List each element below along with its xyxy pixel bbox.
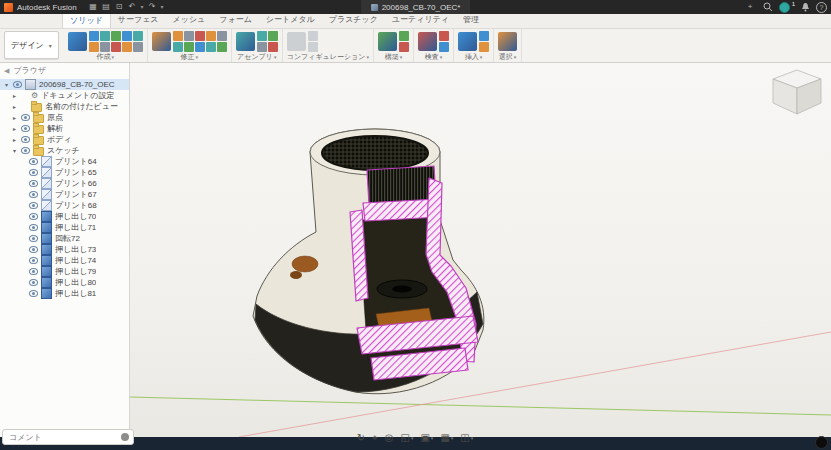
disclosure-arrow-icon[interactable]: ▾ xyxy=(3,81,10,88)
visibility-eye-icon[interactable] xyxy=(29,191,38,198)
tab-4[interactable]: シートメタル xyxy=(259,12,322,28)
tool-icon[interactable] xyxy=(89,31,99,41)
tool-icon[interactable] xyxy=(133,42,143,52)
visibility-eye-icon[interactable] xyxy=(21,125,30,132)
file-menu-icon[interactable]: ▤ xyxy=(100,0,113,14)
tool-icon[interactable] xyxy=(308,31,318,41)
tool-icon[interactable] xyxy=(257,42,267,52)
zoom-icon[interactable]: ◎ xyxy=(385,432,394,444)
disclosure-arrow-icon[interactable]: ▾ xyxy=(11,147,18,154)
model-cross-section[interactable] xyxy=(253,129,484,394)
tree-row[interactable]: プリント68 xyxy=(0,200,129,211)
view-cube[interactable] xyxy=(773,70,821,114)
document-tab[interactable]: 200698_CB-70_OEC* xyxy=(361,0,471,14)
tab-6[interactable]: ユーティリティ xyxy=(385,12,456,28)
tree-row[interactable]: ▾スケッチ xyxy=(0,145,129,156)
tool-icon[interactable] xyxy=(184,31,194,41)
ribbon-group-label[interactable]: コンフィギュレーション▾ xyxy=(287,52,369,62)
notification-bell-icon[interactable] xyxy=(801,2,810,12)
visibility-eye-icon[interactable] xyxy=(21,114,30,121)
tool-icon[interactable] xyxy=(287,32,306,51)
tool-icon[interactable] xyxy=(68,32,87,51)
viewport-3d[interactable] xyxy=(129,62,831,437)
tool-icon[interactable] xyxy=(89,42,99,52)
tree-row[interactable]: ▸⚙ドキュメントの設定 xyxy=(0,90,129,101)
ribbon-group-label[interactable]: 選択▾ xyxy=(498,52,517,62)
undo-dropdown-icon[interactable]: ▾ xyxy=(139,0,146,14)
tab-7[interactable]: 管理 xyxy=(456,12,486,28)
tree-row[interactable]: 押し出し74 xyxy=(0,255,129,266)
tab-3[interactable]: フォーム xyxy=(212,12,259,28)
search-icon[interactable] xyxy=(763,2,773,12)
tool-icon[interactable] xyxy=(458,32,477,51)
disclosure-arrow-icon[interactable]: ▸ xyxy=(11,103,18,110)
tab-1[interactable]: サーフェス xyxy=(111,12,166,28)
tree-row[interactable]: ▸解析 xyxy=(0,123,129,134)
tool-icon[interactable] xyxy=(236,32,255,51)
tree-row[interactable]: 押し出し80 xyxy=(0,277,129,288)
ribbon-group-label[interactable]: アセンブリ▾ xyxy=(236,52,278,62)
fit-icon[interactable]: ◱▾ xyxy=(400,432,413,444)
grid-settings-icon[interactable]: ▦▾ xyxy=(440,432,453,444)
disclosure-arrow-icon[interactable]: ▸ xyxy=(11,114,18,121)
tree-row[interactable]: プリント65 xyxy=(0,167,129,178)
visibility-eye-icon[interactable] xyxy=(29,279,38,286)
visibility-eye-icon[interactable] xyxy=(29,213,38,220)
disclosure-arrow-icon[interactable]: ▸ xyxy=(11,92,18,99)
tool-icon[interactable] xyxy=(308,42,318,52)
ribbon-group-label[interactable]: 挿入▾ xyxy=(458,52,489,62)
tool-icon[interactable] xyxy=(173,31,183,41)
visibility-eye-icon[interactable] xyxy=(29,224,38,231)
tree-row[interactable]: 押し出し73 xyxy=(0,244,129,255)
tree-row[interactable]: ▸ボディ xyxy=(0,134,129,145)
ribbon-group-label[interactable]: 構築▾ xyxy=(378,52,409,62)
visibility-eye-icon[interactable] xyxy=(29,202,38,209)
tool-icon[interactable] xyxy=(399,31,409,41)
visibility-eye-icon[interactable] xyxy=(29,257,38,264)
tree-row[interactable]: 押し出し70 xyxy=(0,211,129,222)
tool-icon[interactable] xyxy=(195,31,205,41)
pan-icon[interactable]: ⌖ xyxy=(372,432,378,444)
help-icon[interactable]: ? xyxy=(816,2,827,13)
ribbon-group-label[interactable]: 検査▾ xyxy=(418,52,449,62)
tree-row[interactable]: 押し出し81 xyxy=(0,288,129,299)
tree-row[interactable]: 回転72 xyxy=(0,233,129,244)
tree-row[interactable]: プリント66 xyxy=(0,178,129,189)
tree-row[interactable]: ▸名前の付けたビュー xyxy=(0,101,129,112)
tool-icon[interactable] xyxy=(100,31,110,41)
tool-icon[interactable] xyxy=(439,31,449,41)
tool-icon[interactable] xyxy=(100,42,110,52)
tool-icon[interactable] xyxy=(418,32,437,51)
visibility-eye-icon[interactable] xyxy=(29,180,38,187)
tool-icon[interactable] xyxy=(133,31,143,41)
visibility-eye-icon[interactable] xyxy=(29,158,38,165)
comment-input[interactable] xyxy=(7,432,118,443)
tool-icon[interactable] xyxy=(206,31,216,41)
viewports-icon[interactable]: ◫▾ xyxy=(460,432,473,444)
tree-row[interactable]: 押し出し79 xyxy=(0,266,129,277)
tab-5[interactable]: プラスチック xyxy=(322,12,385,28)
tool-icon[interactable] xyxy=(122,42,132,52)
tool-icon[interactable] xyxy=(268,42,278,52)
visibility-eye-icon[interactable] xyxy=(29,268,38,275)
visibility-eye-icon[interactable] xyxy=(29,290,38,297)
visibility-eye-icon[interactable] xyxy=(21,147,30,154)
save-icon[interactable]: ⊡ xyxy=(113,0,126,14)
redo-icon[interactable]: ↷ xyxy=(146,0,159,14)
orbit-icon[interactable]: ↻ xyxy=(357,432,365,444)
comment-box[interactable] xyxy=(2,429,134,445)
tool-icon[interactable] xyxy=(111,42,121,52)
tool-icon[interactable] xyxy=(111,31,121,41)
status-circle-button[interactable] xyxy=(815,436,828,449)
visibility-eye-icon[interactable] xyxy=(29,169,38,176)
tool-icon[interactable] xyxy=(498,32,517,51)
tree-row[interactable]: プリント64 xyxy=(0,156,129,167)
disclosure-arrow-icon[interactable]: ▸ xyxy=(11,125,18,132)
tool-icon[interactable] xyxy=(173,42,183,52)
tool-icon[interactable] xyxy=(184,42,194,52)
tree-row[interactable]: ▾200698_CB-70_OEC xyxy=(0,79,129,90)
tool-icon[interactable] xyxy=(399,42,409,52)
tree-row[interactable]: 押し出し71 xyxy=(0,222,129,233)
tool-icon[interactable] xyxy=(217,31,227,41)
visibility-eye-icon[interactable] xyxy=(29,246,38,253)
